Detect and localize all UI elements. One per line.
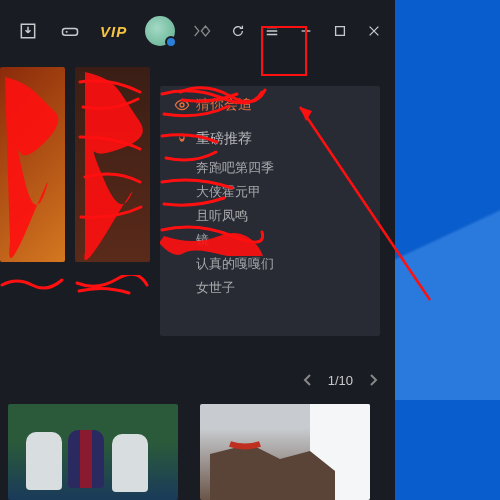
- minimize-button[interactable]: [293, 18, 319, 44]
- avatar[interactable]: [145, 16, 175, 46]
- redaction-scribble: [0, 275, 65, 295]
- poster-item[interactable]: [75, 67, 150, 262]
- download-icon: [18, 21, 38, 41]
- dropdown-item[interactable]: 认真的嘎嘎们: [196, 252, 366, 276]
- desktop-background: [395, 0, 500, 400]
- redaction-scribble: [75, 275, 150, 295]
- thumbnail-row: [8, 404, 370, 500]
- dropdown-list: 奔跑吧第四季 大侠霍元甲 且听凤鸣 镜 认真的嘎嘎们 女世子: [174, 156, 366, 300]
- refresh-icon: [231, 24, 245, 38]
- dropdown-header: 猜你会追: [160, 86, 380, 124]
- titlebar-right: [225, 18, 387, 44]
- titlebar-left: VIP: [8, 16, 213, 46]
- figure-shape: [112, 434, 148, 492]
- minimize-icon: [299, 24, 313, 38]
- poster-item[interactable]: [0, 67, 65, 262]
- eye-icon: [174, 97, 190, 113]
- dropdown-item[interactable]: 奔跑吧第四季: [196, 156, 366, 180]
- dropdown-item[interactable]: 大侠霍元甲: [196, 180, 366, 204]
- chevron-right-icon: [365, 372, 381, 388]
- pagination-text: 1/10: [328, 373, 353, 388]
- video-thumbnail[interactable]: [200, 404, 370, 500]
- refresh-button[interactable]: [225, 18, 251, 44]
- figure-shape: [68, 430, 104, 488]
- dropdown-section-header: 重磅推荐: [174, 130, 366, 148]
- recommendation-dropdown: 猜你会追 重磅推荐 奔跑吧第四季 大侠霍元甲 且听凤鸣 镜 认真的嘎嘎们 女世子: [160, 86, 380, 336]
- dropdown-item[interactable]: 且听凤鸣: [196, 204, 366, 228]
- figure-shape: [26, 432, 62, 490]
- gamepad-icon: [60, 21, 80, 41]
- dropdown-item[interactable]: 女世子: [196, 276, 366, 300]
- redaction-scribble: [0, 67, 65, 262]
- gamepad-button[interactable]: [58, 19, 82, 43]
- maximize-button[interactable]: [327, 18, 353, 44]
- fire-icon: [174, 131, 190, 147]
- svg-point-0: [180, 103, 184, 107]
- dropdown-body: 重磅推荐 奔跑吧第四季 大侠霍元甲 且听凤鸣 镜 认真的嘎嘎们 女世子: [160, 124, 380, 306]
- dropdown-header-label: 猜你会追: [196, 96, 252, 114]
- app-window: VIP: [0, 0, 395, 500]
- page-current: 1: [328, 373, 335, 388]
- chevron-left-icon: [300, 372, 316, 388]
- download-button[interactable]: [16, 19, 40, 43]
- hamburger-menu-button[interactable]: [259, 18, 285, 44]
- avatar-status-dot: [165, 36, 177, 48]
- page-prev-button[interactable]: [300, 372, 316, 388]
- video-thumbnail[interactable]: [8, 404, 178, 500]
- maximize-icon: [333, 24, 347, 38]
- page-total: 10: [339, 373, 353, 388]
- thumbnail-art: [200, 404, 370, 500]
- close-icon: [367, 24, 381, 38]
- close-button[interactable]: [361, 18, 387, 44]
- hamburger-icon: [265, 24, 279, 38]
- dropdown-item[interactable]: 镜: [196, 228, 366, 252]
- titlebar: VIP: [0, 0, 395, 62]
- dropdown-section-title: 重磅推荐: [196, 130, 252, 148]
- page-next-button[interactable]: [365, 372, 381, 388]
- vip-badge[interactable]: VIP: [100, 23, 127, 40]
- verify-badge-icon: [193, 24, 213, 38]
- redaction-scribble: [75, 67, 150, 262]
- pagination-bar: 1/10: [0, 360, 395, 400]
